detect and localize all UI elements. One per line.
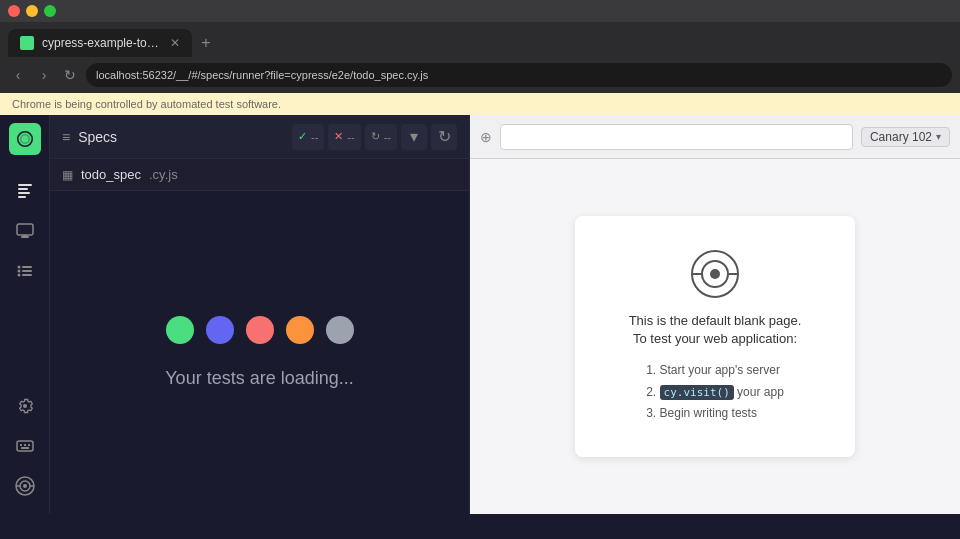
- tab-close-icon[interactable]: ✕: [170, 36, 180, 50]
- badge-dropdown-icon: ▾: [936, 131, 941, 142]
- forward-button[interactable]: ›: [34, 65, 54, 85]
- toolbar-icons: ✓ -- ✕ -- ↻ -- ▾ ↻: [292, 124, 457, 150]
- sidebar-item-keyboard[interactable]: [7, 428, 43, 464]
- list-icon: [16, 262, 34, 280]
- keyboard-icon: [16, 437, 34, 455]
- svg-rect-6: [23, 235, 27, 237]
- loading-area: Your tests are loading...: [50, 191, 469, 514]
- dot-gray: [326, 316, 354, 344]
- svg-point-25: [710, 269, 720, 279]
- minimize-button[interactable]: [26, 5, 38, 17]
- svg-rect-0: [18, 184, 32, 186]
- svg-rect-2: [18, 192, 30, 194]
- specs-icon: [16, 182, 34, 200]
- maximize-button[interactable]: [44, 5, 56, 17]
- panel-header: ≡ Specs ✓ -- ✕ -- ↻ -- ▾ ↻: [50, 115, 469, 159]
- svg-rect-12: [22, 274, 32, 276]
- reload-button[interactable]: ↻: [60, 65, 80, 85]
- active-tab[interactable]: cypress-example-todomc ✕: [8, 29, 192, 57]
- traffic-lights: [8, 5, 56, 17]
- file-icon: ▦: [62, 168, 73, 182]
- svg-rect-4: [17, 224, 33, 235]
- app-area: ≡ Specs ✓ -- ✕ -- ↻ -- ▾ ↻ ▦: [0, 115, 960, 514]
- loading-dots: [166, 316, 354, 344]
- cypress-logo: [9, 123, 41, 155]
- preview-url-bar[interactable]: [500, 124, 853, 150]
- toolbar-group-pending: ↻ --: [365, 124, 397, 150]
- pending-count: --: [384, 131, 391, 143]
- pass-count: --: [311, 131, 318, 143]
- preview-toolbar: ⊕ Canary 102 ▾: [470, 115, 960, 159]
- blank-page-card: This is the default blank page. To test …: [575, 216, 855, 457]
- dot-orange: [286, 316, 314, 344]
- svg-rect-15: [24, 444, 26, 446]
- dot-green: [166, 316, 194, 344]
- dot-blue: [206, 316, 234, 344]
- spec-ext: .cy.js: [149, 167, 178, 182]
- spec-filename: todo_spec: [81, 167, 141, 182]
- tab-title: cypress-example-todomc: [42, 36, 162, 50]
- dropdown-button[interactable]: ▾: [401, 124, 427, 150]
- sidebar-item-specs[interactable]: [7, 173, 43, 209]
- blank-page-steps: 1. Start your app's server 2. cy.visit()…: [646, 360, 784, 425]
- fail-count: --: [347, 131, 354, 143]
- svg-rect-14: [20, 444, 22, 446]
- title-bar: [0, 0, 960, 22]
- browser-badge[interactable]: Canary 102 ▾: [861, 127, 950, 147]
- logo-icon: [15, 129, 35, 149]
- step-2: 2. cy.visit() your app: [646, 382, 784, 404]
- step-1: 1. Start your app's server: [646, 360, 784, 382]
- preview-panel: ⊕ Canary 102 ▾ This is the defaul: [470, 115, 960, 514]
- back-button[interactable]: ‹: [8, 65, 28, 85]
- browser-chrome: cypress-example-todomc ✕ + ‹ › ↻ localho…: [0, 0, 960, 115]
- blank-page-title: This is the default blank page. To test …: [629, 312, 802, 348]
- sidebar-item-settings[interactable]: [7, 388, 43, 424]
- toolbar-group-pass: ✓ --: [292, 124, 324, 150]
- refresh-button[interactable]: ↻: [431, 124, 457, 150]
- svg-rect-16: [28, 444, 30, 446]
- panel-title: Specs: [78, 129, 284, 145]
- step-3: 3. Begin writing tests: [646, 403, 784, 425]
- svg-rect-17: [21, 447, 29, 449]
- new-tab-button[interactable]: +: [192, 29, 220, 57]
- svg-point-9: [17, 270, 20, 273]
- settings-icon: [16, 397, 34, 415]
- close-button[interactable]: [8, 5, 20, 17]
- specs-panel-icon: ≡: [62, 129, 70, 145]
- test-panel: ≡ Specs ✓ -- ✕ -- ↻ -- ▾ ↻ ▦: [50, 115, 470, 514]
- preview-content: This is the default blank page. To test …: [470, 159, 960, 514]
- spin-icon: ↻: [371, 130, 380, 143]
- svg-rect-1: [18, 188, 28, 190]
- address-bar-row: ‹ › ↻ localhost:56232/__/#/specs/runner?…: [0, 57, 960, 93]
- sidebar-item-list[interactable]: [7, 253, 43, 289]
- fail-x-icon: ✕: [334, 130, 343, 143]
- runner-icon: [16, 222, 34, 240]
- globe-icon: ⊕: [480, 129, 492, 145]
- info-bar: Chrome is being controlled by automated …: [0, 93, 960, 115]
- tab-bar: cypress-example-todomc ✕ +: [0, 22, 960, 57]
- tab-favicon: [20, 36, 34, 50]
- sidebar-item-cy[interactable]: [7, 468, 43, 504]
- address-text: localhost:56232/__/#/specs/runner?file=c…: [96, 69, 428, 81]
- sidebar-item-runner[interactable]: [7, 213, 43, 249]
- svg-point-20: [23, 484, 27, 488]
- toolbar-group-fail: ✕ --: [328, 124, 360, 150]
- svg-rect-8: [22, 266, 32, 268]
- info-bar-text: Chrome is being controlled by automated …: [12, 98, 281, 110]
- svg-rect-10: [22, 270, 32, 272]
- loading-text: Your tests are loading...: [165, 368, 353, 389]
- icon-sidebar: [0, 115, 50, 514]
- cy-visit-badge: cy.visit(): [660, 385, 734, 400]
- address-bar[interactable]: localhost:56232/__/#/specs/runner?file=c…: [86, 63, 952, 87]
- browser-badge-label: Canary 102: [870, 130, 932, 144]
- svg-point-11: [17, 274, 20, 277]
- cy-brand-icon: [14, 475, 36, 497]
- cy-logo-large: [689, 248, 741, 300]
- spec-file-row[interactable]: ▦ todo_spec .cy.js: [50, 159, 469, 191]
- dot-red: [246, 316, 274, 344]
- svg-point-7: [17, 266, 20, 269]
- pass-check-icon: ✓: [298, 130, 307, 143]
- svg-rect-3: [18, 196, 26, 198]
